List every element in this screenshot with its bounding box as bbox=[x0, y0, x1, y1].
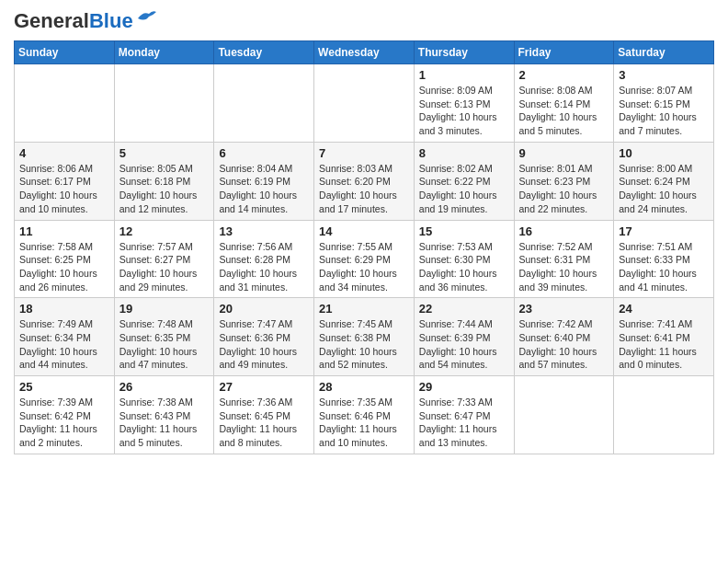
weekday-wednesday: Wednesday bbox=[314, 41, 415, 64]
day-number: 21 bbox=[319, 302, 409, 316]
day-info: Sunrise: 7:42 AMSunset: 6:40 PMDaylight:… bbox=[519, 317, 609, 372]
day-info: Sunrise: 8:02 AMSunset: 6:22 PMDaylight:… bbox=[419, 162, 509, 216]
day-info: Sunrise: 8:01 AMSunset: 6:23 PMDaylight:… bbox=[519, 162, 609, 216]
calendar-cell: 13Sunrise: 7:56 AMSunset: 6:28 PMDayligh… bbox=[214, 220, 314, 298]
day-info: Sunrise: 7:58 AMSunset: 6:25 PMDaylight:… bbox=[19, 240, 109, 294]
calendar-cell: 29Sunrise: 7:33 AMSunset: 6:47 PMDayligh… bbox=[414, 376, 514, 454]
day-number: 7 bbox=[319, 146, 409, 160]
calendar-cell: 28Sunrise: 7:35 AMSunset: 6:46 PMDayligh… bbox=[314, 376, 415, 454]
day-number: 15 bbox=[419, 224, 509, 238]
day-number: 5 bbox=[119, 146, 210, 160]
logo: GeneralBlue bbox=[14, 9, 156, 33]
page: GeneralBlue SundayMondayTuesdayWednesday… bbox=[0, 0, 728, 468]
day-info: Sunrise: 8:04 AMSunset: 6:19 PMDaylight:… bbox=[219, 162, 309, 216]
weekday-header-row: SundayMondayTuesdayWednesdayThursdayFrid… bbox=[15, 41, 714, 64]
calendar-cell: 22Sunrise: 7:44 AMSunset: 6:39 PMDayligh… bbox=[414, 298, 514, 376]
calendar-cell: 14Sunrise: 7:55 AMSunset: 6:29 PMDayligh… bbox=[314, 220, 415, 298]
calendar-cell bbox=[514, 376, 614, 454]
logo-text: GeneralBlue bbox=[14, 9, 133, 33]
day-info: Sunrise: 8:07 AMSunset: 6:15 PMDaylight:… bbox=[619, 84, 709, 138]
weekday-thursday: Thursday bbox=[414, 41, 514, 64]
day-info: Sunrise: 8:08 AMSunset: 6:14 PMDaylight:… bbox=[519, 84, 609, 138]
header: GeneralBlue bbox=[14, 9, 714, 33]
day-number: 4 bbox=[19, 146, 109, 160]
calendar-cell: 10Sunrise: 8:00 AMSunset: 6:24 PMDayligh… bbox=[614, 142, 714, 220]
day-info: Sunrise: 8:06 AMSunset: 6:17 PMDaylight:… bbox=[19, 162, 109, 216]
day-info: Sunrise: 7:51 AMSunset: 6:33 PMDaylight:… bbox=[619, 240, 709, 294]
calendar-cell: 8Sunrise: 8:02 AMSunset: 6:22 PMDaylight… bbox=[414, 142, 514, 220]
calendar-cell bbox=[214, 64, 314, 143]
day-info: Sunrise: 8:00 AMSunset: 6:24 PMDaylight:… bbox=[619, 162, 709, 216]
week-row-1: 4Sunrise: 8:06 AMSunset: 6:17 PMDaylight… bbox=[15, 142, 714, 220]
calendar-cell: 21Sunrise: 7:45 AMSunset: 6:38 PMDayligh… bbox=[314, 298, 415, 376]
day-number: 28 bbox=[319, 380, 409, 394]
day-number: 6 bbox=[219, 146, 309, 160]
calendar-cell: 16Sunrise: 7:52 AMSunset: 6:31 PMDayligh… bbox=[514, 220, 614, 298]
weekday-sunday: Sunday bbox=[15, 41, 115, 64]
weekday-friday: Friday bbox=[514, 41, 614, 64]
calendar-table: SundayMondayTuesdayWednesdayThursdayFrid… bbox=[14, 40, 714, 454]
week-row-2: 11Sunrise: 7:58 AMSunset: 6:25 PMDayligh… bbox=[15, 220, 714, 298]
day-number: 20 bbox=[219, 302, 309, 316]
day-number: 22 bbox=[419, 302, 509, 316]
day-number: 12 bbox=[119, 224, 210, 238]
calendar-cell: 20Sunrise: 7:47 AMSunset: 6:36 PMDayligh… bbox=[214, 298, 314, 376]
day-number: 11 bbox=[19, 224, 109, 238]
day-info: Sunrise: 7:41 AMSunset: 6:41 PMDaylight:… bbox=[619, 317, 709, 372]
day-info: Sunrise: 8:09 AMSunset: 6:13 PMDaylight:… bbox=[419, 84, 509, 138]
calendar-cell: 9Sunrise: 8:01 AMSunset: 6:23 PMDaylight… bbox=[514, 142, 614, 220]
calendar-cell: 4Sunrise: 8:06 AMSunset: 6:17 PMDaylight… bbox=[15, 142, 115, 220]
logo-bird-icon bbox=[136, 9, 156, 26]
calendar-cell: 24Sunrise: 7:41 AMSunset: 6:41 PMDayligh… bbox=[614, 298, 714, 376]
calendar-cell bbox=[614, 376, 714, 454]
day-info: Sunrise: 7:35 AMSunset: 6:46 PMDaylight:… bbox=[319, 396, 409, 450]
day-info: Sunrise: 7:52 AMSunset: 6:31 PMDaylight:… bbox=[519, 240, 609, 294]
day-number: 9 bbox=[519, 146, 609, 160]
day-info: Sunrise: 7:33 AMSunset: 6:47 PMDaylight:… bbox=[419, 396, 509, 450]
day-info: Sunrise: 8:05 AMSunset: 6:18 PMDaylight:… bbox=[119, 162, 210, 216]
calendar-cell: 2Sunrise: 8:08 AMSunset: 6:14 PMDaylight… bbox=[514, 64, 614, 143]
day-info: Sunrise: 7:45 AMSunset: 6:38 PMDaylight:… bbox=[319, 317, 409, 372]
calendar-cell: 25Sunrise: 7:39 AMSunset: 6:42 PMDayligh… bbox=[15, 376, 115, 454]
day-info: Sunrise: 7:49 AMSunset: 6:34 PMDaylight:… bbox=[19, 317, 109, 372]
calendar-cell: 18Sunrise: 7:49 AMSunset: 6:34 PMDayligh… bbox=[15, 298, 115, 376]
day-info: Sunrise: 7:39 AMSunset: 6:42 PMDaylight:… bbox=[19, 396, 109, 450]
day-info: Sunrise: 7:48 AMSunset: 6:35 PMDaylight:… bbox=[119, 317, 210, 372]
day-number: 17 bbox=[619, 224, 709, 238]
day-info: Sunrise: 7:56 AMSunset: 6:28 PMDaylight:… bbox=[219, 240, 309, 294]
calendar-cell: 17Sunrise: 7:51 AMSunset: 6:33 PMDayligh… bbox=[614, 220, 714, 298]
day-info: Sunrise: 7:36 AMSunset: 6:45 PMDaylight:… bbox=[219, 396, 309, 450]
weekday-saturday: Saturday bbox=[614, 41, 714, 64]
week-row-0: 1Sunrise: 8:09 AMSunset: 6:13 PMDaylight… bbox=[15, 64, 714, 143]
day-info: Sunrise: 8:03 AMSunset: 6:20 PMDaylight:… bbox=[319, 162, 409, 216]
calendar-cell: 6Sunrise: 8:04 AMSunset: 6:19 PMDaylight… bbox=[214, 142, 314, 220]
calendar-cell bbox=[114, 64, 214, 143]
day-number: 29 bbox=[419, 380, 509, 394]
day-number: 13 bbox=[219, 224, 309, 238]
day-number: 18 bbox=[19, 302, 109, 316]
weekday-tuesday: Tuesday bbox=[214, 41, 314, 64]
day-info: Sunrise: 7:53 AMSunset: 6:30 PMDaylight:… bbox=[419, 240, 509, 294]
day-number: 24 bbox=[619, 302, 709, 316]
day-number: 14 bbox=[319, 224, 409, 238]
calendar-cell: 3Sunrise: 8:07 AMSunset: 6:15 PMDaylight… bbox=[614, 64, 714, 143]
calendar-cell bbox=[314, 64, 415, 143]
calendar-cell: 7Sunrise: 8:03 AMSunset: 6:20 PMDaylight… bbox=[314, 142, 415, 220]
calendar-cell: 15Sunrise: 7:53 AMSunset: 6:30 PMDayligh… bbox=[414, 220, 514, 298]
calendar-cell: 27Sunrise: 7:36 AMSunset: 6:45 PMDayligh… bbox=[214, 376, 314, 454]
day-number: 25 bbox=[19, 380, 109, 394]
day-number: 3 bbox=[619, 68, 709, 82]
day-number: 10 bbox=[619, 146, 709, 160]
day-info: Sunrise: 7:57 AMSunset: 6:27 PMDaylight:… bbox=[119, 240, 210, 294]
day-number: 1 bbox=[419, 68, 509, 82]
day-number: 19 bbox=[119, 302, 210, 316]
day-info: Sunrise: 7:38 AMSunset: 6:43 PMDaylight:… bbox=[119, 396, 210, 450]
day-number: 23 bbox=[519, 302, 609, 316]
calendar-cell: 11Sunrise: 7:58 AMSunset: 6:25 PMDayligh… bbox=[15, 220, 115, 298]
day-info: Sunrise: 7:44 AMSunset: 6:39 PMDaylight:… bbox=[419, 317, 509, 372]
day-number: 8 bbox=[419, 146, 509, 160]
calendar-cell: 5Sunrise: 8:05 AMSunset: 6:18 PMDaylight… bbox=[114, 142, 214, 220]
calendar-cell: 12Sunrise: 7:57 AMSunset: 6:27 PMDayligh… bbox=[114, 220, 214, 298]
calendar-cell: 26Sunrise: 7:38 AMSunset: 6:43 PMDayligh… bbox=[114, 376, 214, 454]
calendar-cell: 23Sunrise: 7:42 AMSunset: 6:40 PMDayligh… bbox=[514, 298, 614, 376]
